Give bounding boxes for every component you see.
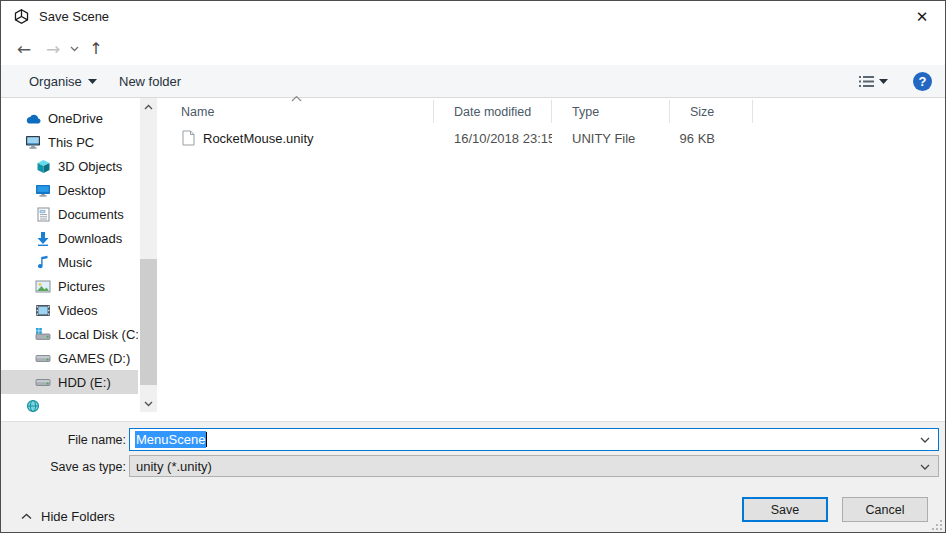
footer-section: File name: MenuScene Save as type: unity… — [1, 421, 945, 533]
up-button[interactable]: ↑ — [83, 32, 109, 65]
hide-folders-button[interactable]: Hide Folders — [15, 504, 121, 528]
file-name-dropdown-chevron[interactable] — [920, 437, 930, 443]
sidebar-item-label: Pictures — [58, 279, 105, 294]
onedrive-icon — [25, 110, 41, 126]
main-area: OneDriveThis PC3D ObjectsDesktopDocument… — [1, 98, 945, 421]
desktop-icon — [35, 182, 51, 198]
documents-icon — [35, 206, 51, 222]
sidebar-item-this-pc[interactable]: This PC — [1, 130, 138, 154]
sidebar-scrollbar[interactable] — [140, 98, 157, 412]
file-name-input[interactable]: MenuScene — [129, 428, 939, 451]
forward-button[interactable]: → — [39, 32, 67, 65]
sidebar-item-downloads[interactable]: Downloads — [1, 226, 138, 250]
file-name-text: RocketMouse.unity — [203, 131, 314, 146]
command-toolbar: Organise New folder ? — [1, 65, 945, 98]
save-as-type-value: unity (*.unity) — [136, 459, 212, 474]
view-mode-button[interactable] — [853, 65, 894, 97]
music-icon — [35, 254, 51, 270]
back-button[interactable]: ← — [9, 32, 39, 65]
unity-logo-icon — [13, 8, 30, 25]
text-caret — [206, 432, 207, 447]
chevron-down-icon — [88, 79, 97, 84]
sidebar-item-label: Desktop — [58, 183, 106, 198]
sidebar-item-music[interactable]: Music — [1, 250, 138, 274]
new-folder-button[interactable]: New folder — [109, 65, 191, 97]
sidebar-item-label: Videos — [58, 303, 98, 318]
save-scene-dialog: Save Scene ✕ ← → ↑ «Introduction to Unit… — [0, 0, 946, 533]
details-view-icon — [859, 75, 874, 88]
cancel-button[interactable]: Cancel — [842, 497, 928, 522]
sidebar-item-label: This PC — [48, 135, 94, 150]
column-header-name[interactable]: Name — [161, 100, 434, 123]
new-folder-label: New folder — [119, 74, 181, 89]
sidebar-item-onedrive[interactable]: OneDrive — [1, 106, 138, 130]
window-title: Save Scene — [39, 9, 109, 24]
organise-button[interactable]: Organise — [19, 65, 107, 97]
hide-folders-label: Hide Folders — [41, 509, 115, 524]
scrollbar-thumb[interactable] — [140, 259, 157, 385]
column-headers: NameDate modifiedTypeSize — [161, 100, 753, 123]
scroll-down-arrow[interactable] — [140, 395, 157, 412]
sidebar-item-label: HDD (E:) — [58, 375, 111, 390]
network-icon — [25, 398, 41, 414]
file-name-value: MenuScene — [135, 431, 206, 448]
file-date-modified: 16/10/2018 23:15 — [434, 131, 552, 146]
save-as-type-dropdown-chevron[interactable] — [920, 464, 930, 470]
chevron-up-icon — [21, 513, 32, 520]
sidebar-item-label: Music — [58, 255, 92, 270]
videos-icon — [35, 302, 51, 318]
sidebar-item-label: Documents — [58, 207, 124, 222]
downloads-icon — [35, 230, 51, 246]
column-header-type[interactable]: Type — [552, 100, 670, 123]
recent-locations-chevron[interactable] — [65, 32, 83, 65]
pictures-icon — [35, 278, 51, 294]
file-icon — [182, 130, 195, 146]
sidebar: OneDriveThis PC3D ObjectsDesktopDocument… — [1, 98, 138, 421]
resize-grip[interactable] — [930, 518, 942, 530]
sidebar-item-label: Local Disk (C:) — [58, 327, 138, 342]
file-type: UNITY File — [552, 131, 670, 146]
organise-label: Organise — [29, 74, 82, 89]
sidebar-item-label: GAMES (D:) — [58, 351, 130, 366]
save-as-type-label: Save as type: — [1, 460, 126, 474]
sidebar-item-label: OneDrive — [48, 111, 103, 126]
save-as-type-combo[interactable]: unity (*.unity) — [129, 455, 939, 477]
sidebar-item-3d-objects[interactable]: 3D Objects — [1, 154, 138, 178]
help-button[interactable]: ? — [913, 72, 932, 91]
sidebar-item-desktop[interactable]: Desktop — [1, 178, 138, 202]
cube-icon — [35, 158, 51, 174]
column-header-date-modified[interactable]: Date modified — [434, 100, 552, 123]
sidebar-item-label: 3D Objects — [58, 159, 122, 174]
this-pc-icon — [25, 134, 41, 150]
sidebar-item-documents[interactable]: Documents — [1, 202, 138, 226]
sidebar-item-local-disk-c[interactable]: Local Disk (C:) — [1, 322, 138, 346]
close-button[interactable]: ✕ — [899, 1, 945, 32]
save-button[interactable]: Save — [742, 497, 828, 522]
drive-win-icon — [35, 326, 51, 342]
sidebar-item-videos[interactable]: Videos — [1, 298, 138, 322]
navigation-bar: ← → ↑ «Introduction to Unity UI›Part_1›R… — [1, 32, 945, 65]
sidebar-item-games-d[interactable]: GAMES (D:) — [1, 346, 138, 370]
scroll-up-arrow[interactable] — [140, 98, 157, 115]
sidebar-item-pictures[interactable]: Pictures — [1, 274, 138, 298]
file-name-label: File name: — [1, 433, 126, 447]
column-header-size[interactable]: Size — [670, 100, 753, 123]
sidebar-item-hdd-e[interactable]: HDD (E:) — [1, 370, 138, 394]
sidebar-item-label: Downloads — [58, 231, 122, 246]
file-rows: RocketMouse.unity16/10/2018 23:15UNITY F… — [161, 127, 944, 149]
file-size: 96 KB — [670, 131, 753, 146]
drive-icon — [35, 374, 51, 390]
file-row-rocketmouse-unity[interactable]: RocketMouse.unity16/10/2018 23:15UNITY F… — [161, 127, 944, 149]
title-bar: Save Scene ✕ — [1, 1, 945, 32]
drive-icon — [35, 350, 51, 366]
file-list: NameDate modifiedTypeSize RocketMouse.un… — [161, 98, 944, 421]
chevron-down-icon — [879, 79, 888, 84]
sidebar-item-item[interactable] — [1, 394, 138, 418]
